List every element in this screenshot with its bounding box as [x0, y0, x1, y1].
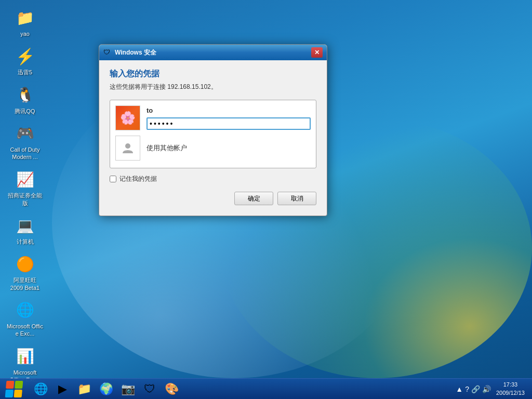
dialog-subtext: 这些凭据将用于连接 192.168.15.102。	[110, 83, 316, 91]
desktop-icons: 📁 yao ⚡ 迅雷5 🐧 腾讯QQ 🎮 Call of DutyModern …	[0, 0, 88, 399]
yao-icon: 📁	[15, 7, 35, 28]
taskbar-explorer-icon[interactable]: 📁	[74, 380, 95, 398]
security-dialog: 🛡 Windows 安全 ✕ 输入您的凭据 这些凭据将用于连接 192.168.…	[99, 44, 327, 216]
desktop-icon-alibaba[interactable]: 🟠 阿里旺旺2009 Beta1	[4, 250, 46, 295]
dialog-titlebar: 🛡 Windows 安全 ✕	[99, 45, 327, 60]
shield-icon: 🛡	[103, 48, 112, 57]
dialog-title: Windows 安全	[115, 48, 311, 57]
network-icon: 🌐	[15, 300, 35, 321]
ok-button[interactable]: 确定	[234, 192, 273, 205]
desktop-icon-cod[interactable]: 🎮 Call of DutyModern ...	[4, 120, 46, 164]
cod-label: Call of DutyModern ...	[10, 146, 40, 161]
desktop: 📁 yao ⚡ 迅雷5 🐧 腾讯QQ 🎮 Call of DutyModern …	[0, 0, 532, 399]
password-input[interactable]	[147, 117, 311, 130]
yao-label: yao	[20, 30, 30, 37]
cancel-button[interactable]: 取消	[277, 192, 316, 205]
desktop-icon-xunlei[interactable]: ⚡ 迅雷5	[4, 43, 46, 79]
clock-time: 17:33	[496, 381, 525, 389]
zhaoshang-icon: 📈	[15, 169, 35, 190]
user-fields: to	[147, 107, 311, 130]
qq-icon: 🐧	[15, 85, 35, 105]
desktop-icon-yao[interactable]: 📁 yao	[4, 4, 46, 41]
zhaoshang-label: 招商证券全能版	[6, 192, 44, 207]
taskbar-media-icon[interactable]: ▶	[52, 380, 73, 398]
xunlei-icon: ⚡	[15, 46, 35, 66]
dialog-heading: 输入您的凭据	[110, 69, 316, 79]
tray-network-icon[interactable]: 🔗	[471, 385, 480, 393]
taskbar-paint-icon[interactable]: 🎨	[161, 380, 182, 398]
svg-point-0	[125, 143, 130, 149]
user-row: 🌸 to	[115, 105, 311, 130]
tray-help-icon[interactable]: ?	[465, 385, 469, 393]
desktop-icon-computer[interactable]: 💻 计算机	[4, 212, 46, 248]
office-excel-icon: 📊	[15, 346, 35, 367]
computer-icon: 💻	[15, 215, 35, 236]
taskbar-ie-icon[interactable]: 🌐	[30, 380, 51, 398]
computer-label: 计算机	[17, 238, 34, 245]
network-label: Microsoft Office Exc...	[6, 323, 44, 338]
username-display: to	[147, 107, 311, 114]
windows-logo-icon	[5, 381, 23, 397]
taskbar-items: 🌐 ▶ 📁 🌍 📷 🛡 🎨	[28, 379, 451, 399]
system-clock[interactable]: 17:33 2009/12/13	[493, 381, 528, 397]
tray-volume-icon[interactable]: 🔊	[482, 385, 491, 393]
taskbar-network-icon[interactable]: 🌍	[96, 380, 116, 398]
dialog-content: 输入您的凭据 这些凭据将用于连接 192.168.15.102。 🌸 to	[99, 60, 327, 216]
taskbar-camera-icon[interactable]: 📷	[117, 380, 138, 398]
alibaba-label: 阿里旺旺2009 Beta1	[10, 276, 39, 291]
other-account-label: 使用其他帐户	[147, 143, 187, 153]
other-account-icon	[115, 136, 140, 161]
other-account-row[interactable]: 使用其他帐户	[115, 136, 311, 161]
start-button[interactable]	[0, 379, 28, 400]
user-avatar: 🌸	[115, 105, 140, 130]
cod-icon: 🎮	[15, 123, 35, 144]
xunlei-label: 迅雷5	[18, 69, 32, 76]
taskbar: 🌐 ▶ 📁 🌍 📷 🛡 🎨 ▲ ? 🔗 🔊 17:33 2009/12/13	[0, 378, 532, 399]
dialog-buttons: 确定 取消	[110, 192, 316, 207]
credentials-area: 🌸 to 使用其他帐户	[110, 100, 316, 168]
desktop-icon-network[interactable]: 🌐 Microsoft Office Exc...	[4, 297, 46, 341]
clock-date: 2009/12/13	[496, 389, 525, 397]
desktop-icon-zhaoshang[interactable]: 📈 招商证券全能版	[4, 166, 46, 210]
taskbar-security-icon[interactable]: 🛡	[139, 380, 160, 398]
system-tray: ▲ ? 🔗 🔊 17:33 2009/12/13	[451, 379, 532, 399]
qq-label: 腾讯QQ	[15, 108, 35, 115]
dialog-close-button[interactable]: ✕	[311, 47, 323, 58]
tray-arrow-icon[interactable]: ▲	[456, 385, 463, 393]
remember-label: 记住我的凭据	[119, 175, 157, 183]
desktop-icon-qq[interactable]: 🐧 腾讯QQ	[4, 82, 46, 118]
alibaba-icon: 🟠	[15, 254, 35, 274]
remember-row: 记住我的凭据	[110, 175, 316, 183]
remember-checkbox[interactable]	[110, 176, 116, 182]
